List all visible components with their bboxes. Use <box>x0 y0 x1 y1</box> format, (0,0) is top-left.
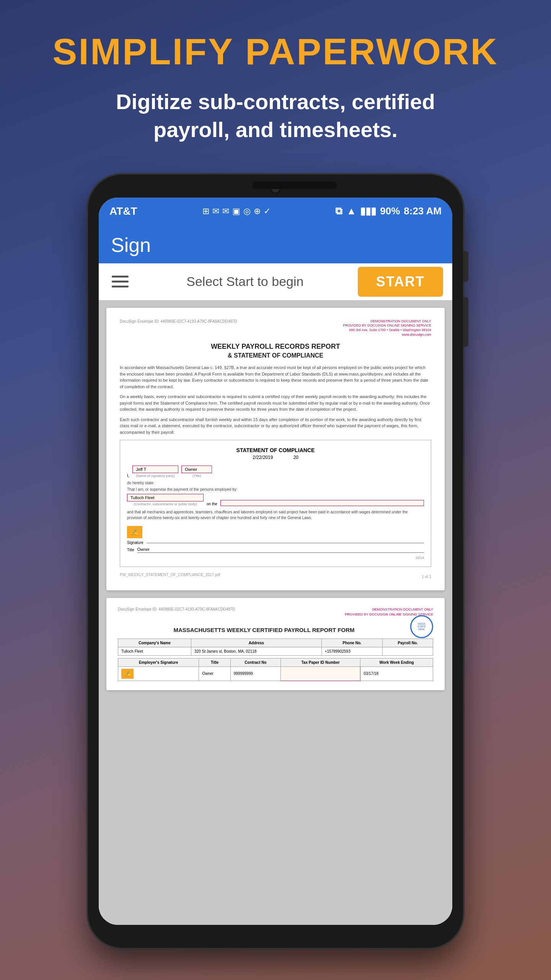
that-i-text: That I am, or supervise the payment of t… <box>127 487 424 492</box>
week-ending-cell: 03/17/18 <box>360 666 433 681</box>
compliance-body-text: and that all mechanics and apprentices, … <box>127 509 424 521</box>
title-cell: Owner <box>199 666 230 681</box>
on-label: on the <box>207 502 217 506</box>
compliance-title: STATEMENT OF COMPLIANCE <box>127 447 424 453</box>
contractor-label: (Contractor, subcontractor or public bod… <box>127 502 204 506</box>
doc-filename: PW_WEEKLY_STATEMENT_OF_COMPLIANCE_2017.p… <box>120 573 220 577</box>
demo-badge: DEMONSTRATION DOCUMENT ONLYPROVIDED BY D… <box>343 319 431 337</box>
toolbar: Select Start to begin START <box>99 263 452 300</box>
payroll-table-1: Company's Name Address Phone No. Payroll… <box>118 639 433 656</box>
compliance-box: STATEMENT OF COMPLIANCE 2/22/2019 20 I, … <box>120 440 431 567</box>
payroll-title-row: MASSACHUSETTS WEEKLY CERTIFIED PAYROLL R… <box>118 623 433 639</box>
col-address: Address <box>191 639 322 647</box>
payroll-doc-header: DocuSign Envelope ID: 440980E-02C7-4193-… <box>118 607 433 617</box>
hamburger-line-2 <box>112 281 129 283</box>
signature-stamp[interactable]: ✍ <box>127 526 142 538</box>
company-name-cell: Tulloch Fleet <box>118 647 191 655</box>
state-seal: MASSSTATESEAL <box>410 615 433 638</box>
project-field[interactable] <box>220 500 424 506</box>
title-label: (Title) <box>181 474 212 478</box>
col-employer-sig: Employer's Signature <box>118 658 199 666</box>
menu-button[interactable] <box>108 272 132 291</box>
hamburger-line-3 <box>112 286 129 287</box>
sig-label: Signature <box>127 541 143 545</box>
app-bar: Sign <box>99 225 452 263</box>
location-icon: ◎ <box>243 206 251 216</box>
wifi-icon: ▲ <box>346 205 356 217</box>
document-area: DocuSign Envelope ID: 440980E-02C7-4193-… <box>99 300 452 925</box>
title-field-group: Owner (Title) <box>181 466 212 478</box>
payroll-no-cell <box>383 647 433 655</box>
app-title: Sign <box>111 234 440 256</box>
document-2: DocuSign Envelope ID: 440980E-02C7-4193-… <box>106 598 445 690</box>
doc-title-main: WEEKLY PAYROLL RECORDS REPORT <box>120 343 431 351</box>
title-sig-line: Title Owner <box>127 547 424 553</box>
title-sig-underline: Owner <box>137 547 424 553</box>
doc-page-number: 1 of 1 <box>422 575 431 579</box>
apps-icon: ⊞ <box>202 206 209 216</box>
phone-cell: +15789902593 <box>321 647 383 655</box>
signature-line: Signature <box>127 541 424 545</box>
hamburger-line-1 <box>112 276 129 278</box>
doc-body-2: On a weekly basis, every contractor and … <box>120 394 431 413</box>
carrier-text: AT&T <box>109 205 137 217</box>
payroll-data-row-2: ✍ Owner 999999999 03/17/18 <box>118 666 433 681</box>
signal-icon: ▮▮▮ <box>360 205 376 217</box>
page-title: SIMPLIFY PAPERWORK <box>31 31 520 73</box>
status-bar: AT&T ⊞ ✉ ✉ ▣ ◎ ⊕ ✓ ⧉ ▲ ▮▮▮ 90% 8:23 AM <box>99 198 452 225</box>
doc-header-row: DocuSign Envelope ID: 440980E-02C7-4193-… <box>120 319 431 337</box>
phone-device: AT&T ⊞ ✉ ✉ ▣ ◎ ⊕ ✓ ⧉ ▲ ▮▮▮ 90% 8:23 AM <box>88 175 463 980</box>
check-icon: ✓ <box>264 206 271 216</box>
contractor-row: Tulloch Fleet (Contractor, subcontractor… <box>127 494 424 506</box>
compliance-name-row: I, Jeff T (Name of signatory party) Owne… <box>127 466 424 478</box>
col-phone: Phone No. <box>321 639 383 647</box>
payroll-envelope-id: DocuSign Envelope ID: 440980E-02C7-4193-… <box>118 607 235 617</box>
col-week-ending: Work Week Ending <box>360 658 433 666</box>
copy-icon: ⧉ <box>335 205 342 217</box>
contract-no-cell: 999999999 <box>230 666 280 681</box>
toolbar-prompt: Select Start to begin <box>140 274 350 289</box>
payroll-stamp[interactable]: ✍ <box>121 669 134 679</box>
battery-text: 90% <box>380 205 400 217</box>
payroll-data-row-1: Tulloch Fleet 320 St James st, Boston, M… <box>118 647 433 655</box>
page-header: SIMPLIFY PAPERWORK Digitize sub-contract… <box>0 0 551 159</box>
document-1: DocuSign Envelope ID: 440980E-02C7-4193-… <box>106 308 445 591</box>
gallery-icon: ▣ <box>232 206 240 216</box>
phone-volume-button <box>463 297 468 347</box>
doc-title-sub: & STATEMENT OF COMPLIANCE <box>120 352 431 359</box>
compliance-date: 2/22/2019 20 <box>127 455 424 460</box>
phone-power-button <box>463 251 468 282</box>
doc-footer: PW_WEEKLY_STATEMENT_OF_COMPLIANCE_2017.p… <box>120 571 431 579</box>
email-icon: ✉ <box>212 206 219 216</box>
title-field[interactable]: Owner <box>181 466 212 473</box>
mail2-icon: ✉ <box>222 206 229 216</box>
phone-screen: AT&T ⊞ ✉ ✉ ▣ ◎ ⊕ ✓ ⧉ ▲ ▮▮▮ 90% 8:23 AM <box>99 198 452 925</box>
name-field[interactable]: Jeff T <box>132 466 178 473</box>
contractor-field-group: Tulloch Fleet (Contractor, subcontractor… <box>127 494 204 506</box>
envelope-id: DocuSign Envelope ID: 440980E-02C7-4193-… <box>120 319 237 337</box>
page-subtitle: Digitize sub-contracts, certified payrol… <box>103 88 448 144</box>
start-button[interactable]: START <box>358 267 443 297</box>
sig-underline <box>147 542 424 543</box>
name-label: (Name of signatory party) <box>132 474 178 478</box>
col-tax: Tax Paper ID Number <box>281 658 360 666</box>
status-right: ⧉ ▲ ▮▮▮ 90% 8:23 AM <box>335 205 442 217</box>
tax-id-cell <box>281 666 360 681</box>
address-cell: 320 St James st, Boston, MA, 02118 <box>191 647 322 655</box>
time-display: 8:23 AM <box>404 205 442 217</box>
status-icons: ⊞ ✉ ✉ ▣ ◎ ⊕ ✓ <box>202 206 271 216</box>
contractor-field[interactable]: Tulloch Fleet <box>127 494 204 501</box>
name-field-group: Jeff T (Name of signatory party) <box>132 466 178 478</box>
compass-icon: ⊕ <box>254 206 261 216</box>
doc-body-3: Each such contractor and subcontractor s… <box>120 416 431 436</box>
payroll-title: MASSACHUSETTS WEEKLY CERTIFIED PAYROLL R… <box>118 627 410 633</box>
phone-speaker <box>253 181 337 189</box>
col-title: Title <box>199 658 230 666</box>
page-ref: 15/14 <box>127 556 424 560</box>
do-hereby-text: do hereby state: <box>127 481 424 485</box>
payroll-header-row-2: Employer's Signature Title Contract No T… <box>118 658 433 666</box>
col-contract: Contract No <box>230 658 280 666</box>
payroll-table-2: Employer's Signature Title Contract No T… <box>118 658 433 681</box>
employer-sig-cell: ✍ <box>118 666 199 681</box>
doc-body-1: In accordance with Massachusetts General… <box>120 364 431 390</box>
